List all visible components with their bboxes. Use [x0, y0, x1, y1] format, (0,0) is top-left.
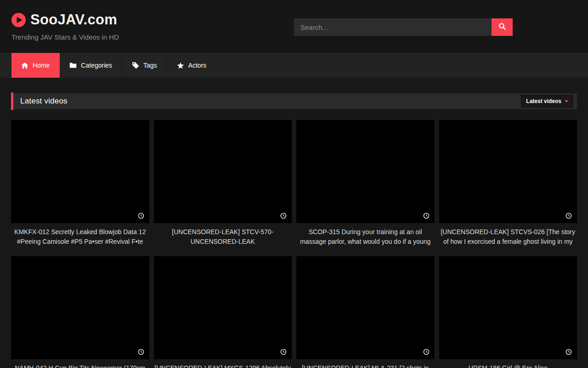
- nav-item-categories[interactable]: Categories: [60, 53, 122, 78]
- video-card[interactable]: [UNCENSORED-LEAK] MLA-231 [2 shots in: [296, 256, 435, 368]
- caret-down-icon: [565, 100, 568, 103]
- video-title[interactable]: [UNCENSORED-LEAK] MXGS-1296 Absolutely: [154, 363, 292, 368]
- main-content: Latest videos Latest videos KMKFX-012 Se…: [0, 93, 588, 368]
- section-header: Latest videos Latest videos: [11, 93, 577, 109]
- clock-icon: [280, 349, 287, 355]
- nav-item-label: Tags: [143, 62, 157, 69]
- video-title[interactable]: NAMH-042 H Cup Big Tits Newcomer (170cm …: [11, 363, 149, 368]
- nav-item-label: Home: [33, 62, 50, 69]
- site-logo[interactable]: SooJAV.com: [11, 12, 117, 28]
- clock-icon: [565, 213, 572, 219]
- section-accent-bar: [11, 92, 13, 110]
- folder-icon: [69, 62, 77, 69]
- clock-icon: [565, 349, 572, 355]
- video-thumbnail[interactable]: [154, 256, 292, 359]
- video-thumbnail[interactable]: [11, 256, 149, 359]
- search-form: [294, 18, 513, 36]
- video-thumbnail[interactable]: [11, 120, 149, 223]
- nav-item-actors[interactable]: Actors: [167, 53, 217, 78]
- video-thumbnail[interactable]: [296, 256, 435, 359]
- star-icon: [177, 62, 184, 69]
- nav-item-tags[interactable]: Tags: [122, 53, 167, 78]
- video-thumbnail[interactable]: [154, 120, 292, 223]
- video-thumbnail[interactable]: [439, 120, 577, 223]
- video-title[interactable]: [UNCENSORED-LEAK] STCVS-026 [The story o…: [439, 227, 577, 246]
- nav-item-home[interactable]: Home: [11, 53, 60, 78]
- video-thumbnail[interactable]: [296, 120, 435, 223]
- tag-icon: [132, 62, 139, 69]
- search-icon: [498, 23, 506, 32]
- main-nav: Home Categories Tags Actors: [0, 53, 588, 78]
- search-button[interactable]: [492, 18, 513, 36]
- page: { "site": { "name": "SooJAV.com", "tagli…: [0, 0, 588, 368]
- sort-dropdown[interactable]: Latest videos: [521, 95, 573, 108]
- video-card[interactable]: URSM-186 Girl @ Ero Alice: [439, 256, 577, 368]
- video-title[interactable]: [UNCENSORED-LEAK] MLA-231 [2 shots in: [296, 363, 435, 368]
- video-title[interactable]: KMKFX-012 Secretly Leaked Blowjob Data 1…: [11, 227, 149, 246]
- video-thumbnail[interactable]: [439, 256, 577, 359]
- video-title[interactable]: URSM-186 Girl @ Ero Alice: [439, 363, 577, 368]
- clock-icon: [423, 349, 430, 355]
- nav-item-label: Actors: [188, 62, 207, 69]
- clock-icon: [138, 349, 144, 355]
- sort-dropdown-label: Latest videos: [526, 98, 561, 104]
- video-grid: KMKFX-012 Secretly Leaked Blowjob Data 1…: [11, 120, 577, 368]
- clock-icon: [423, 213, 430, 219]
- nav-item-label: Categories: [81, 62, 112, 69]
- site-header: SooJAV.com Trending JAV Stars & Videos i…: [0, 0, 588, 53]
- video-card[interactable]: KMKFX-012 Secretly Leaked Blowjob Data 1…: [11, 120, 149, 246]
- clock-icon: [280, 213, 287, 219]
- video-card[interactable]: [UNCENSORED-LEAK] STCVS-026 [The story o…: [439, 120, 577, 246]
- clock-icon: [138, 213, 144, 219]
- play-circle-icon: [11, 12, 26, 28]
- section-title: Latest videos: [20, 97, 68, 106]
- video-card[interactable]: NAMH-042 H Cup Big Tits Newcomer (170cm …: [11, 256, 149, 368]
- video-title[interactable]: SCOP-315 During your training at an oil …: [296, 227, 435, 246]
- site-title: SooJAV.com: [30, 12, 117, 28]
- home-icon: [21, 62, 28, 69]
- site-tagline: Trending JAV Stars & Videos in HD: [11, 33, 119, 41]
- video-title[interactable]: [UNCENSORED-LEAK] STCV-570-UNCENSORED-LE…: [154, 227, 292, 246]
- search-input[interactable]: [294, 18, 492, 36]
- video-card[interactable]: [UNCENSORED-LEAK] STCV-570-UNCENSORED-LE…: [154, 120, 292, 246]
- video-card[interactable]: SCOP-315 During your training at an oil …: [296, 120, 435, 246]
- video-card[interactable]: [UNCENSORED-LEAK] MXGS-1296 Absolutely: [154, 256, 292, 368]
